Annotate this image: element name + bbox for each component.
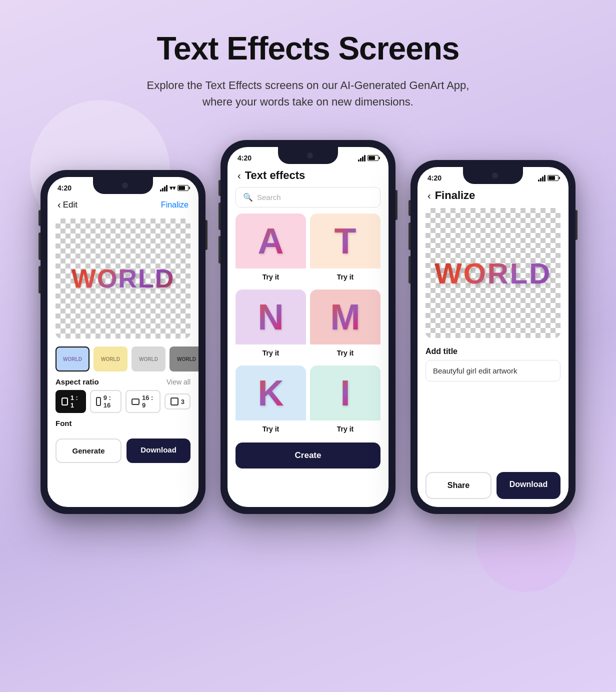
generate-button[interactable]: Generate — [56, 438, 122, 463]
effect-card-K: K Try it — [236, 366, 306, 438]
phone3-download-button[interactable]: Download — [496, 472, 560, 499]
phone3-actions: Share Download — [418, 466, 568, 507]
try-it-T[interactable]: Try it — [310, 268, 380, 286]
floral-letter-T: T — [334, 220, 356, 262]
view-all-button[interactable]: View all — [166, 378, 190, 386]
share-button[interactable]: Share — [426, 472, 492, 499]
style-thumb-dark[interactable]: WORLD — [170, 346, 198, 372]
font-section: Font — [48, 417, 198, 434]
page-description: Explore the Text Effects screens on our … — [138, 77, 478, 110]
phone2-screen: 4:20 ‹ Text effects — [228, 147, 388, 507]
notch-dot — [122, 182, 128, 188]
add-title-section: Add title Beautyful girl edit artwork — [418, 345, 568, 386]
notch-dot-3 — [492, 172, 498, 178]
phone1-nav: ‹ Edit Finalize — [48, 195, 198, 216]
effect-card-T: T Try it — [310, 214, 380, 286]
phone2-back-arrow[interactable]: ‹ — [238, 170, 241, 182]
effect-card-I: I Try it — [310, 366, 380, 438]
signal-icon-2 — [358, 155, 366, 162]
phone-edit: 4:20 ▾▾ ‹ Ed — [40, 170, 206, 514]
aspect-options: 1 : 1 9 : 16 16 : 9 3 — [56, 390, 190, 413]
phone-text-effects: 4:20 ‹ Text effects — [220, 140, 396, 514]
phone3-status-icons — [538, 175, 558, 182]
style-thumb-gray[interactable]: WORLD — [132, 346, 166, 372]
effect-preview-M: M — [310, 290, 380, 344]
notch-dot-2 — [307, 152, 313, 158]
aspect-1x1-icon — [62, 398, 68, 406]
aspect-1x1[interactable]: 1 : 1 — [56, 390, 86, 413]
aspect-3x[interactable]: 3 — [164, 394, 190, 410]
phone2-nav: ‹ Text effects — [228, 165, 388, 187]
phone2-time: 4:20 — [238, 154, 252, 162]
effect-preview-T: T — [310, 214, 380, 268]
search-icon: 🔍 — [243, 192, 253, 202]
text-effects-title: Text effects — [245, 169, 306, 182]
phone3-screen: 4:20 ‹ Finalize — [418, 167, 568, 507]
aspect-16x9-icon — [132, 398, 140, 405]
floral-letter-N: N — [258, 296, 284, 338]
phone2-status-icons — [358, 155, 378, 162]
title-input[interactable]: Beautyful girl edit artwork — [426, 360, 560, 382]
back-arrow-icon: ‹ — [58, 199, 61, 210]
floral-letter-I: I — [340, 372, 350, 414]
phone1-status-icons: ▾▾ — [160, 184, 188, 192]
create-button[interactable]: Create — [236, 442, 380, 468]
page-title: Text Effects Screens — [138, 30, 478, 67]
effect-preview-N: N — [236, 290, 306, 344]
phone3-back-arrow[interactable]: ‹ — [428, 190, 431, 202]
edit-title: Edit — [63, 200, 78, 210]
font-label: Font — [56, 419, 190, 428]
aspect-ratio-section: Aspect ratio View all 1 : 1 9 : 16 16 : … — [48, 376, 198, 417]
try-it-I[interactable]: Try it — [310, 420, 380, 438]
page-header: Text Effects Screens Explore the Text Ef… — [138, 30, 478, 110]
floral-letter-A: A — [258, 220, 284, 262]
world-text-phone3: WORLD — [434, 256, 552, 290]
effect-card-N: N Try it — [236, 290, 306, 362]
style-thumbnails[interactable]: WORLD WORLD WORLD WORLD — [48, 340, 198, 376]
back-button[interactable]: ‹ Edit — [58, 199, 78, 210]
effect-preview-I: I — [310, 366, 380, 420]
battery-icon-2 — [368, 155, 378, 161]
battery-icon — [178, 185, 188, 191]
finalize-link[interactable]: Finalize — [161, 200, 188, 210]
search-placeholder: Search — [257, 193, 281, 202]
effects-grid: A Try it T Try it N Try it — [228, 214, 388, 438]
try-it-M[interactable]: Try it — [310, 344, 380, 362]
effect-card-M: M Try it — [310, 290, 380, 362]
phone1-screen: 4:20 ▾▾ ‹ Ed — [48, 177, 198, 507]
try-it-N[interactable]: Try it — [236, 344, 306, 362]
style-thumb-blue[interactable]: WORLD — [56, 346, 90, 372]
floral-letter-M: M — [330, 296, 360, 338]
signal-icon — [160, 185, 168, 192]
aspect-16x9[interactable]: 16 : 9 — [126, 390, 160, 413]
style-thumb-yellow[interactable]: WORLD — [94, 346, 128, 372]
phone1-actions: Generate Download — [48, 434, 198, 471]
phone1-notch — [93, 177, 153, 194]
aspect-9x16[interactable]: 9 : 16 — [90, 390, 122, 413]
search-bar[interactable]: 🔍 Search — [236, 187, 380, 208]
aspect-ratio-label: Aspect ratio — [56, 378, 99, 386]
phone3-nav: ‹ Finalize — [418, 185, 568, 208]
world-text-phone1: WORLD — [72, 264, 174, 294]
phone1-download-button[interactable]: Download — [126, 438, 190, 463]
finalize-title: Finalize — [435, 189, 476, 202]
battery-icon-3 — [548, 175, 558, 181]
wifi-icon: ▾▾ — [170, 184, 176, 192]
signal-icon-3 — [538, 175, 546, 182]
try-it-K[interactable]: Try it — [236, 420, 306, 438]
aspect-9x16-icon — [96, 397, 101, 406]
finalize-canvas: WORLD — [426, 208, 560, 338]
effect-preview-K: K — [236, 366, 306, 420]
phone3-notch — [463, 167, 523, 184]
phone1-time: 4:20 — [58, 184, 72, 192]
phones-container: 4:20 ▾▾ ‹ Ed — [20, 140, 596, 514]
aspect-header: Aspect ratio View all — [56, 378, 190, 386]
phone2-notch — [278, 147, 338, 164]
phone1-canvas: WORLD — [56, 218, 190, 338]
aspect-3x-icon — [170, 398, 178, 406]
floral-letter-K: K — [258, 372, 284, 414]
effect-preview-A: A — [236, 214, 306, 268]
add-title-label: Add title — [426, 347, 560, 356]
phone3-time: 4:20 — [428, 174, 442, 182]
try-it-A[interactable]: Try it — [236, 268, 306, 286]
